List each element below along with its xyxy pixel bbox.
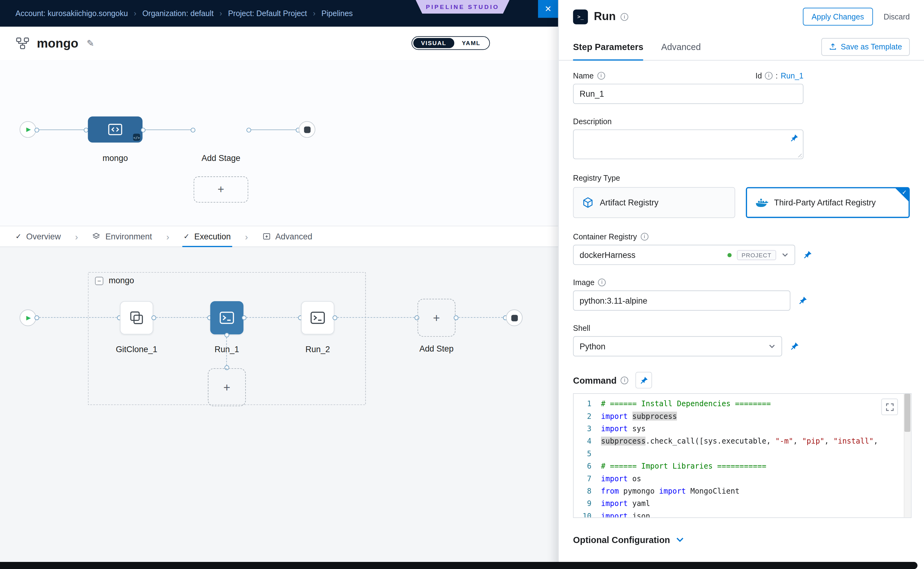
add-stage-button[interactable]: + xyxy=(194,176,248,202)
pin-icon[interactable] xyxy=(790,342,799,351)
check-icon: ✓ xyxy=(15,232,21,240)
info-icon[interactable]: i xyxy=(640,233,648,240)
stage-graph-canvas: ▶ </> mongo + Add Stage xyxy=(0,60,558,225)
horizontal-scrollbar[interactable] xyxy=(0,562,918,569)
tab-step-advanced[interactable]: Advanced xyxy=(661,33,701,60)
info-icon[interactable]: i xyxy=(620,13,628,20)
id-separator: : xyxy=(775,72,778,80)
stage-node-mongo[interactable]: </> xyxy=(88,116,143,143)
group-label: mongo xyxy=(109,275,134,285)
tab-execution[interactable]: ✓ Execution xyxy=(184,227,231,246)
tab-overview[interactable]: ✓ Overview xyxy=(15,227,61,246)
plus-icon: + xyxy=(218,183,224,196)
info-icon[interactable]: i xyxy=(597,72,605,80)
resize-handle[interactable] xyxy=(796,152,802,157)
pin-icon[interactable] xyxy=(790,134,799,145)
container-registry-select[interactable]: dockerHarness PROJECT xyxy=(573,245,795,265)
execution-edge xyxy=(456,317,506,318)
execution-end-node[interactable] xyxy=(506,309,523,326)
tab-step-parameters[interactable]: Step Parameters xyxy=(573,33,644,60)
optional-configuration-label: Optional Configuration xyxy=(573,535,670,545)
discard-button[interactable]: Discard xyxy=(883,12,910,21)
optional-configuration-toggle[interactable]: Optional Configuration xyxy=(573,535,910,545)
step-node-gitclone-1[interactable] xyxy=(120,301,153,335)
code-badge-icon: </> xyxy=(133,134,140,141)
breadcrumb-separator-icon: › xyxy=(134,9,136,18)
pin-icon[interactable] xyxy=(798,296,808,306)
step-config-tabs: Step Parameters Advanced Save as Templat… xyxy=(559,33,924,61)
add-stage-label: Add Stage xyxy=(194,153,248,163)
close-icon: ✕ xyxy=(545,4,552,14)
shell-select[interactable]: Python xyxy=(573,336,782,356)
command-code-editor[interactable]: 1# ====== Install Dependencies ========2… xyxy=(573,393,912,518)
close-button[interactable]: ✕ xyxy=(538,0,558,18)
registry-option-third-party[interactable]: Third-Party Artifact Registry ✓ xyxy=(746,187,910,218)
id-value[interactable]: Run_1 xyxy=(781,72,804,80)
code-stage-icon xyxy=(108,123,123,136)
visual-toggle-button[interactable]: VISUAL xyxy=(413,38,454,48)
command-label: Command xyxy=(573,375,617,385)
pin-button[interactable] xyxy=(635,372,652,389)
run-step-icon: >_ xyxy=(573,9,588,24)
chevron-right-icon: › xyxy=(245,231,248,242)
execution-edge xyxy=(334,317,418,318)
pipeline-icon xyxy=(15,36,30,50)
image-input[interactable] xyxy=(573,291,790,310)
stop-icon xyxy=(511,315,518,321)
minus-icon: − xyxy=(97,277,101,284)
connector-status-dot xyxy=(727,253,731,257)
yaml-toggle-button[interactable]: YAML xyxy=(454,38,488,48)
save-as-template-button[interactable]: Save as Template xyxy=(821,38,910,56)
tab-advanced-label: Advanced xyxy=(275,232,312,241)
execution-edge xyxy=(243,317,301,318)
registry-option-artifact[interactable]: Artifact Registry xyxy=(573,187,735,218)
edit-pencil-icon[interactable]: ✎ xyxy=(87,38,94,49)
step-config-panel: >_ Run i Apply Changes Discard Step Para… xyxy=(558,0,924,569)
tab-environment[interactable]: Environment xyxy=(92,227,152,246)
step-node-run-1[interactable] xyxy=(210,301,244,335)
execution-edge xyxy=(36,317,120,318)
tab-advanced[interactable]: Advanced xyxy=(262,227,312,246)
info-icon[interactable]: i xyxy=(621,376,628,384)
step-title: Run xyxy=(594,10,616,23)
environment-icon xyxy=(92,232,101,240)
apply-changes-button[interactable]: Apply Changes xyxy=(802,8,873,26)
pipeline-canvas-area: Account: kurosakiichigo.songoku › Organi… xyxy=(0,0,558,569)
pipeline-end-node[interactable] xyxy=(299,121,315,138)
stop-icon xyxy=(304,126,310,133)
stage-edge xyxy=(248,129,299,130)
check-icon: ✓ xyxy=(184,232,189,240)
breadcrumb-account-link[interactable]: Account: kurosakiichigo.songoku xyxy=(15,9,128,18)
code-line: 10import json xyxy=(574,510,911,518)
plus-icon: + xyxy=(433,311,440,325)
step-node-run-2[interactable] xyxy=(301,301,334,335)
breadcrumb-organization-link[interactable]: Organization: default xyxy=(142,9,214,18)
breadcrumb-project-link[interactable]: Project: Default Project xyxy=(228,9,307,18)
pipeline-studio-tab: PIPELINE STUDIO xyxy=(416,0,509,14)
breadcrumb-pipelines-link[interactable]: Pipelines xyxy=(322,9,353,18)
stage-label: mongo xyxy=(88,153,143,163)
add-parallel-step-button[interactable]: + xyxy=(208,368,246,406)
name-input[interactable] xyxy=(573,84,804,104)
code-line: 6# ====== Import Libraries =========== xyxy=(574,459,911,472)
execution-start-node[interactable]: ▶ xyxy=(20,309,36,326)
pin-icon[interactable] xyxy=(803,250,813,260)
artifact-registry-icon xyxy=(582,196,594,208)
scope-badge: PROJECT xyxy=(737,250,776,260)
chevron-down-icon xyxy=(676,537,684,542)
collapse-group-button[interactable]: − xyxy=(95,277,103,285)
image-label: Image xyxy=(573,278,594,287)
expand-editor-button[interactable] xyxy=(881,399,898,415)
description-textarea[interactable] xyxy=(573,129,804,159)
editor-scrollbar-thumb[interactable] xyxy=(904,394,910,432)
add-step-button[interactable]: + xyxy=(418,299,456,337)
pipeline-start-node[interactable]: ▶ xyxy=(20,121,36,138)
info-icon[interactable]: i xyxy=(598,278,606,286)
chevron-right-icon: › xyxy=(75,231,78,242)
registry-option-third-party-label: Third-Party Artifact Registry xyxy=(774,198,876,207)
pin-icon xyxy=(640,376,649,385)
info-icon[interactable]: i xyxy=(765,72,773,80)
terminal-glyph: >_ xyxy=(577,14,584,20)
code-line: 2import subprocess xyxy=(574,410,911,422)
execution-edge-vertical xyxy=(226,335,227,368)
